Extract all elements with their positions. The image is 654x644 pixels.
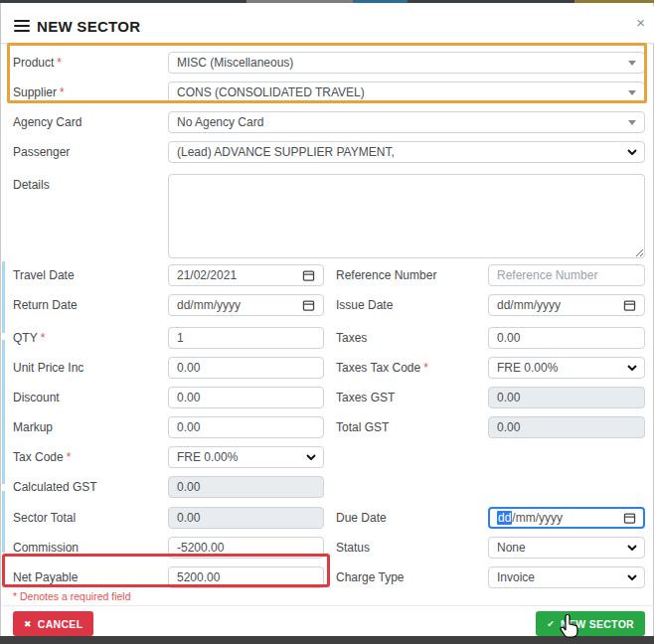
required-field-note: * Denotes a required field bbox=[13, 590, 131, 602]
left-edge-blue-line bbox=[2, 261, 5, 333]
check-icon: ✔ bbox=[547, 619, 555, 629]
dropdown-arrow-icon bbox=[628, 90, 636, 95]
return-date-input[interactable]: dd/mm/yyyy bbox=[168, 294, 324, 316]
charge-type-label: Charge Type bbox=[336, 570, 405, 584]
product-label: Product* bbox=[13, 56, 62, 70]
details-label: Details bbox=[13, 178, 50, 192]
unit-price-inc-label: Unit Price Inc bbox=[13, 361, 83, 375]
taxes-gst-label: Taxes GST bbox=[336, 391, 395, 404]
unit-price-inc-input[interactable]: 0.00 bbox=[168, 357, 324, 379]
reference-number-label: Reference Number bbox=[336, 268, 436, 282]
product-select[interactable]: MISC (Miscellaneous) bbox=[168, 52, 645, 74]
markup-input[interactable]: 0.00 bbox=[168, 416, 324, 438]
dialog-header: NEW SECTOR × bbox=[1, 6, 654, 44]
sector-total-input: 0.00 bbox=[168, 507, 324, 529]
reference-number-input[interactable] bbox=[488, 264, 645, 286]
left-edge-blue-line bbox=[2, 491, 5, 553]
status-select[interactable]: None bbox=[488, 537, 645, 559]
chevron-down-icon bbox=[627, 545, 637, 551]
travel-date-label: Travel Date bbox=[13, 268, 75, 282]
travel-date-input[interactable]: 21/02/2021 bbox=[168, 264, 324, 286]
calendar-icon bbox=[302, 299, 315, 312]
passenger-label: Passenger bbox=[13, 145, 70, 159]
agency-card-label: Agency Card bbox=[13, 115, 82, 129]
discount-label: Discount bbox=[13, 391, 60, 404]
passenger-select[interactable]: (Lead) ADVANCE SUPPLIER PAYMENT, bbox=[168, 141, 645, 163]
qty-input[interactable]: 1 bbox=[168, 327, 324, 349]
taxes-input[interactable]: 0.00 bbox=[488, 327, 645, 349]
net-payable-input[interactable]: 5200.00 bbox=[168, 566, 324, 588]
issue-date-input[interactable]: dd/mm/yyyy bbox=[488, 294, 645, 316]
chevron-down-icon bbox=[627, 365, 637, 371]
calculated-gst-label: Calculated GST bbox=[13, 480, 97, 494]
commission-label: Commission bbox=[13, 541, 79, 555]
qty-label: QTY* bbox=[13, 331, 45, 345]
calendar-icon bbox=[302, 269, 315, 282]
tax-code-label: Tax Code* bbox=[13, 450, 71, 464]
taxes-gst-input: 0.00 bbox=[488, 387, 645, 408]
taxes-label: Taxes bbox=[336, 331, 367, 345]
total-gst-input: 0.00 bbox=[488, 416, 645, 438]
supplier-select[interactable]: CONS (CONSOLIDATED TRAVEL) bbox=[168, 81, 645, 103]
dropdown-arrow-icon bbox=[628, 120, 636, 125]
markup-label: Markup bbox=[13, 420, 53, 434]
supplier-label: Supplier* bbox=[13, 85, 65, 99]
x-icon: ✖ bbox=[24, 619, 32, 629]
page-background-bar bbox=[0, 636, 654, 644]
dropdown-arrow-icon bbox=[628, 61, 636, 66]
screenshot-canvas: NEW SECTOR × Product* MISC (Miscellaneou… bbox=[0, 0, 654, 644]
due-date-label: Due Date bbox=[336, 511, 387, 525]
details-textarea[interactable] bbox=[168, 174, 645, 258]
charge-type-select[interactable]: Invoice bbox=[488, 566, 645, 588]
taxes-tax-code-select[interactable]: FRE 0.00% bbox=[488, 357, 645, 379]
left-edge-blue-line bbox=[2, 340, 5, 484]
menu-icon bbox=[14, 20, 30, 32]
status-label: Status bbox=[336, 541, 370, 555]
new-sector-dialog: NEW SECTOR × Product* MISC (Miscellaneou… bbox=[0, 3, 654, 636]
chevron-down-icon bbox=[306, 454, 316, 460]
agency-card-select[interactable]: No Agency Card bbox=[168, 111, 645, 133]
taxes-tax-code-label: Taxes Tax Code* bbox=[336, 361, 428, 375]
due-date-input[interactable]: dd/mm/yyyy bbox=[488, 507, 645, 529]
hand-pointer-cursor bbox=[560, 613, 579, 639]
calculated-gst-input: 0.00 bbox=[168, 476, 324, 498]
return-date-label: Return Date bbox=[13, 298, 78, 312]
issue-date-label: Issue Date bbox=[336, 298, 393, 312]
new-sector-button[interactable]: ✔ NEW SECTOR bbox=[536, 611, 645, 636]
dialog-title: NEW SECTOR bbox=[37, 18, 140, 35]
chevron-down-icon bbox=[627, 149, 637, 155]
discount-input[interactable]: 0.00 bbox=[168, 387, 324, 408]
footer-divider bbox=[2, 605, 654, 606]
cancel-button[interactable]: ✖ CANCEL bbox=[13, 611, 93, 636]
commission-input[interactable]: -5200.00 bbox=[168, 537, 324, 559]
net-payable-label: Net Payable bbox=[13, 570, 78, 584]
tax-code-select[interactable]: FRE 0.00% bbox=[168, 446, 324, 468]
sector-total-label: Sector Total bbox=[13, 511, 76, 525]
calendar-icon bbox=[623, 512, 636, 525]
calendar-icon bbox=[623, 299, 636, 312]
close-icon[interactable]: × bbox=[636, 15, 645, 30]
chevron-down-icon bbox=[627, 574, 637, 580]
total-gst-label: Total GST bbox=[336, 420, 389, 434]
